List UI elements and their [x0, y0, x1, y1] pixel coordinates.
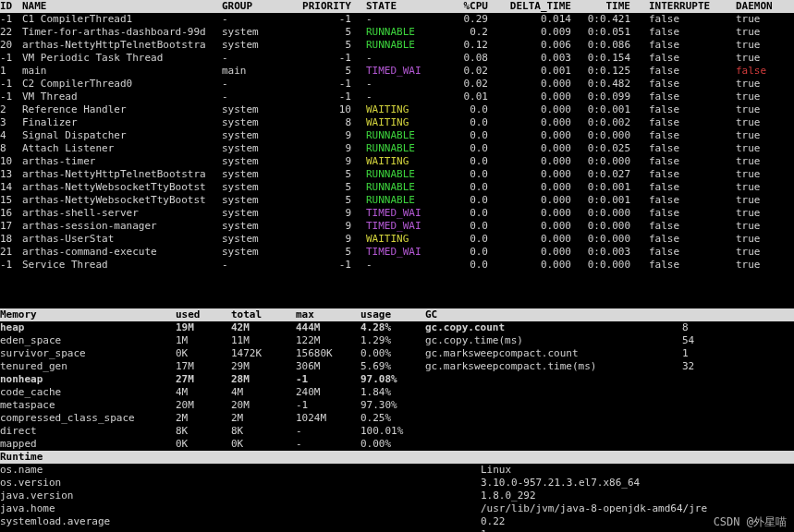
thread-header-row: IDNAMEGROUPPRIORITYSTATE%CPUDELTA_TIMETI… — [0, 0, 794, 13]
thread-row: -1VM Periodic Task Thread--1-0.080.0030:… — [0, 52, 794, 65]
thread-row: -1Service Thread--1-0.00.0000:0.000false… — [0, 259, 794, 272]
memory-table: heap19M42M444M4.28%gc.copy.count8eden_sp… — [0, 321, 794, 451]
thread-row: 2Reference Handlersystem10WAITING0.00.00… — [0, 103, 794, 116]
thread-row: 1mainmain5TIMED_WAI0.020.0010:0.125false… — [0, 65, 794, 78]
thread-row: 21arthas-command-executesystem5TIMED_WAI… — [0, 246, 794, 259]
runtime-table: os.nameLinuxos.version3.10.0-957.21.3.el… — [0, 464, 794, 532]
memory-header-row: MemoryusedtotalmaxusageGC — [0, 308, 794, 321]
memory-row: survivor_space0K1472K15680K0.00%gc.marks… — [0, 347, 794, 360]
memory-row: metaspace20M20M-197.30% — [0, 399, 794, 412]
memory-row: nonheap27M28M-197.08% — [0, 373, 794, 386]
watermark: CSDN @外星喵 — [714, 515, 787, 528]
thread-row: -1C1 CompilerThread1--1-0.290.0140:0.421… — [0, 13, 794, 26]
runtime-row: systemload.average0.22 — [0, 515, 794, 528]
thread-row: 20arthas-NettyHttpTelnetBootstrasystem5R… — [0, 39, 794, 52]
memory-row: eden_space1M11M122M1.29%gc.copy.time(ms)… — [0, 334, 794, 347]
thread-row: 17arthas-session-managersystem9TIMED_WAI… — [0, 220, 794, 233]
thread-row: 13arthas-NettyHttpTelnetBootstrasystem5R… — [0, 168, 794, 181]
runtime-row: processors1 — [0, 528, 794, 532]
thread-row: 14arthas-NettyWebsocketTtyBootstsystem5R… — [0, 181, 794, 194]
thread-row: 8Attach Listenersystem9RUNNABLE0.00.0000… — [0, 142, 794, 155]
memory-row: direct8K8K-100.01% — [0, 425, 794, 438]
thread-table: -1C1 CompilerThread1--1-0.290.0140:0.421… — [0, 13, 794, 272]
runtime-header-row: Runtime — [0, 451, 794, 464]
runtime-row: os.nameLinux — [0, 464, 794, 477]
thread-row: 18arthas-UserStatsystem9WAITING0.00.0000… — [0, 233, 794, 246]
memory-row: code_cache4M4M240M1.84% — [0, 386, 794, 399]
thread-row: 16arthas-shell-serversystem9TIMED_WAI0.0… — [0, 207, 794, 220]
memory-row: tenured_gen17M29M306M5.69%gc.marksweepco… — [0, 360, 794, 373]
thread-row: 15arthas-NettyWebsocketTtyBootstsystem5R… — [0, 194, 794, 207]
memory-row: heap19M42M444M4.28%gc.copy.count8 — [0, 321, 794, 334]
memory-row: mapped0K0K-0.00% — [0, 438, 794, 451]
runtime-row: java.version1.8.0_292 — [0, 490, 794, 502]
thread-row: 10arthas-timersystem9WAITING0.00.0000:0.… — [0, 155, 794, 168]
thread-row: -1VM Thread--1-0.010.0000:0.099falsetrue — [0, 91, 794, 103]
runtime-row: java.home/usr/lib/jvm/java-8-openjdk-amd… — [0, 502, 794, 515]
runtime-row: os.version3.10.0-957.21.3.el7.x86_64 — [0, 477, 794, 490]
thread-row: 4Signal Dispatchersystem9RUNNABLE0.00.00… — [0, 129, 794, 142]
thread-row: 22Timer-for-arthas-dashboard-99dsystem5R… — [0, 26, 794, 39]
memory-row: compressed_class_space2M2M1024M0.25% — [0, 412, 794, 425]
thread-row: 3Finalizersystem8WAITING0.00.0000:0.002f… — [0, 116, 794, 129]
thread-row: -1C2 CompilerThread0--1-0.020.0000:0.482… — [0, 78, 794, 91]
